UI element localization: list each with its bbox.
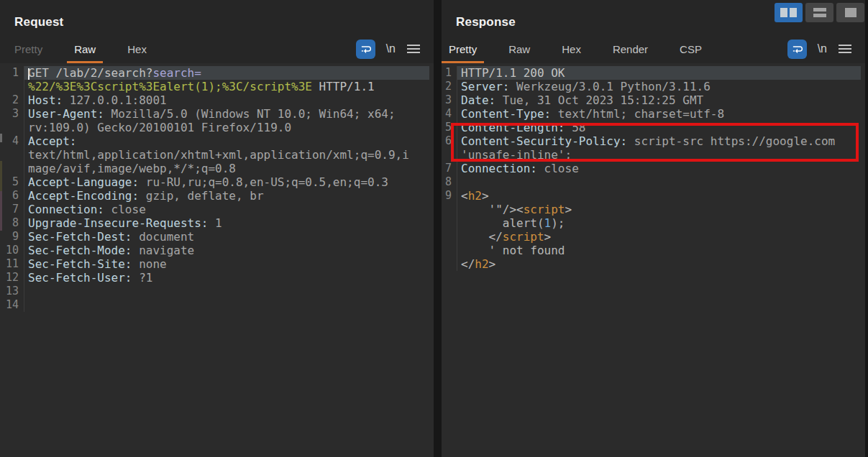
code-segment: ' not found: [461, 244, 565, 257]
code-segment: Werkzeug/3.0.1 Python/3.11.6: [509, 80, 710, 93]
response-editor[interactable]: 1HTTP/1.1 200 OK2Server: Werkzeug/3.0.1 …: [442, 63, 865, 457]
code-line: GET /lab/2/search?search=: [24, 66, 429, 80]
code-line: Sec-Fetch-Mode: navigate: [24, 244, 429, 257]
request-editor[interactable]: 1GET /lab/2/search?search=%22/%3E%3Cscri…: [0, 63, 434, 457]
code-segment: GET /lab/2/search?: [28, 66, 152, 80]
menu-icon[interactable]: [838, 44, 852, 54]
split-rows-view-icon[interactable]: [805, 3, 833, 22]
line-number: 6: [0, 189, 24, 203]
code-segment: HTTP/1.1: [312, 80, 375, 93]
code-line: Content-Security-Policy: script-src http…: [457, 134, 861, 148]
code-row: 1HTTP/1.1 200 OK: [442, 66, 861, 80]
code-segment: HTTP/1.1 200 OK: [461, 66, 565, 80]
tab-raw[interactable]: Raw: [501, 39, 537, 63]
code-line: Date: Tue, 31 Oct 2023 15:12:25 GMT: [457, 93, 861, 107]
code-line: </script>: [457, 230, 861, 244]
rows-glyph: [813, 8, 826, 17]
code-segment: search=: [152, 66, 201, 80]
code-line: 'unsafe-inline';: [457, 148, 861, 162]
line-number: 5: [0, 175, 24, 189]
tab-pretty[interactable]: Pretty: [7, 39, 50, 63]
code-segment: 127.0.0.1:8001: [63, 93, 167, 107]
tab-pretty[interactable]: Pretty: [442, 39, 484, 63]
line-number: 2: [0, 93, 24, 107]
code-line: mage/avif,image/webp,*/*;q=0.8: [24, 162, 429, 175]
line-number: [442, 230, 457, 244]
word-wrap-icon[interactable]: [787, 40, 807, 59]
single-pane-view-icon[interactable]: [836, 3, 864, 22]
code-segment: >: [565, 203, 572, 216]
code-row: 5Accept-Language: ru-RU,ru;q=0.8,en-US;q…: [0, 175, 429, 189]
code-segment: User-Agent:: [28, 107, 104, 121]
line-number: 14: [0, 298, 24, 312]
line-number: 3: [0, 107, 24, 121]
code-segment: 1: [544, 216, 552, 230]
code-segment: >: [544, 230, 552, 244]
code-row: 4Content-Type: text/html; charset=utf-8: [442, 107, 861, 121]
code-segment: mage/avif,image/webp,*/*;q=0.8: [28, 162, 236, 175]
code-line: rv:109.0) Gecko/20100101 Firefox/119.0: [24, 121, 429, 134]
line-number: 12: [0, 271, 24, 285]
line-number: 5: [442, 121, 457, 134]
tab-raw[interactable]: Raw: [67, 39, 103, 63]
tab-hex[interactable]: Hex: [120, 39, 154, 63]
code-segment: script: [524, 203, 565, 216]
code-row: 5Content-Length: 58: [442, 121, 861, 134]
line-number: 7: [442, 162, 457, 175]
code-line: Sec-Fetch-Site: none: [24, 257, 429, 271]
code-segment: document: [132, 230, 195, 244]
line-number: 9: [0, 230, 24, 244]
newline-icon[interactable]: \n: [386, 42, 396, 55]
word-wrap-icon[interactable]: [356, 40, 375, 59]
code-segment: Content-Type:: [461, 107, 551, 121]
code-row: 9<h2>: [442, 189, 861, 203]
code-row: 13: [0, 285, 429, 298]
line-number: [0, 162, 24, 175]
response-tabbar: PrettyRawHexRenderCSP: [442, 39, 757, 63]
code-row: alert(1);: [442, 216, 861, 230]
code-segment: text/html; charset=utf-8: [551, 107, 724, 121]
code-segment: script: [503, 230, 544, 244]
code-row: 8Upgrade-Insecure-Requests: 1: [0, 216, 429, 230]
code-segment: gzip, deflate, br: [139, 189, 263, 203]
layout-view-switch: [775, 3, 864, 22]
menu-icon[interactable]: [406, 44, 421, 54]
line-number: [442, 203, 457, 216]
code-segment: Host:: [28, 93, 63, 107]
scroll-marker: [0, 191, 2, 231]
code-line: Connection: close: [457, 162, 861, 175]
code-line: Connection: close: [24, 203, 429, 216]
response-panel: Response PrettyRawHexRenderCSP \n 1HTTP/…: [442, 0, 865, 457]
code-line: '"/><script>: [457, 203, 861, 216]
newline-icon[interactable]: \n: [818, 42, 827, 55]
line-number: 7: [0, 203, 24, 216]
tab-render[interactable]: Render: [606, 39, 655, 63]
code-segment: 58: [565, 121, 586, 134]
scroll-marker: [0, 134, 2, 142]
code-line: Content-Type: text/html; charset=utf-8: [457, 107, 861, 121]
code-row: mage/avif,image/webp,*/*;q=0.8: [0, 162, 429, 175]
burp-message-editor-window: Request PrettyRawHex \n 1GET /lab/2/sear…: [0, 0, 868, 457]
code-segment: close: [537, 162, 579, 175]
code-line: <h2>: [457, 189, 861, 203]
code-line: Upgrade-Insecure-Requests: 1: [24, 216, 429, 230]
code-line: alert(1);: [457, 216, 861, 230]
code-line: Server: Werkzeug/3.0.1 Python/3.11.6: [457, 80, 861, 93]
code-segment: </: [461, 257, 475, 271]
code-line: Accept-Encoding: gzip, deflate, br: [24, 189, 429, 203]
line-number: 4: [0, 134, 24, 148]
code-row: 'unsafe-inline';: [442, 148, 861, 162]
code-row: %22/%3E%3Cscript%3Ealert(1);%3C/script%3…: [0, 80, 429, 93]
line-number: 10: [0, 244, 24, 257]
response-panel-title: Response: [456, 15, 516, 29]
line-number: 13: [0, 285, 24, 298]
code-line: User-Agent: Mozilla/5.0 (Windows NT 10.0…: [24, 107, 429, 121]
split-columns-view-icon[interactable]: [775, 3, 803, 22]
tab-csp[interactable]: CSP: [672, 39, 709, 63]
code-row: 2Server: Werkzeug/3.0.1 Python/3.11.6: [442, 80, 861, 93]
tab-hex[interactable]: Hex: [554, 39, 588, 63]
line-number: 9: [442, 189, 457, 203]
request-tabbar: PrettyRawHex: [0, 39, 326, 63]
panel-splitter[interactable]: [434, 0, 442, 457]
code-row: text/html,application/xhtml+xml,applicat…: [0, 148, 429, 162]
